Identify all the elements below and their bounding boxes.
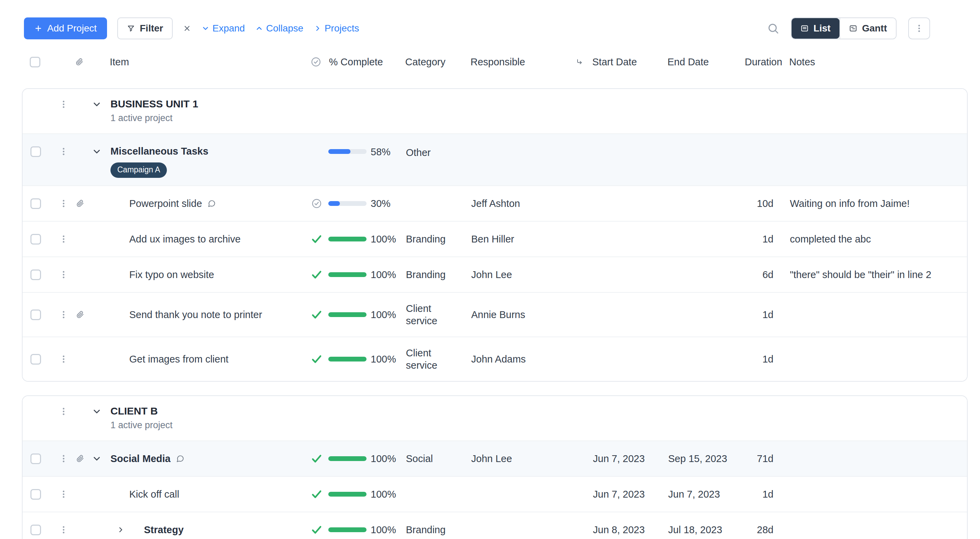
category-value: Other [402, 134, 464, 159]
duration-value: 1d [744, 234, 778, 245]
row-controls [22, 293, 107, 337]
duration-value: 71d [744, 453, 778, 464]
tag-badge: Campaign A [110, 162, 167, 178]
responsible-value: Ben Hiller [464, 234, 570, 245]
kebab-icon [914, 23, 924, 33]
list-view-label: List [813, 23, 830, 34]
start-date-value [590, 134, 665, 146]
collapse-project-chevron-down-icon[interactable] [92, 453, 102, 464]
duration-value [744, 134, 778, 146]
row-checkbox[interactable] [30, 146, 41, 157]
project-list-page: Add Project Filter Expand Collapse Proje… [0, 0, 980, 539]
kebab-menu-icon[interactable] [59, 453, 69, 464]
list-view-button[interactable]: List [792, 18, 840, 39]
kebab-menu-icon[interactable] [59, 198, 69, 208]
kebab-menu-icon[interactable] [59, 99, 69, 110]
progress-bar [327, 134, 368, 154]
attachment-icon[interactable] [76, 310, 84, 319]
close-icon [183, 24, 191, 32]
task-name[interactable]: Fix typo on website [129, 269, 214, 280]
responsible-value: Annie Burns [464, 309, 570, 320]
collapse-project-chevron-down-icon[interactable] [92, 146, 102, 157]
task-row: Add ux images to archive 100% Branding B… [22, 221, 967, 256]
group-name[interactable]: CLIENT B [110, 405, 967, 417]
select-all-checkbox[interactable] [30, 57, 40, 67]
responsible-value: John Lee [464, 453, 570, 464]
task-name[interactable]: Get images from client [129, 354, 228, 365]
row-checkbox[interactable] [30, 234, 41, 245]
attachment-icon[interactable] [76, 455, 84, 463]
kebab-menu-icon[interactable] [59, 310, 69, 320]
kebab-menu-icon[interactable] [59, 269, 69, 280]
task-row: Strategy 100% Branding Jun 8, 2023 Jul 1… [22, 512, 967, 539]
kebab-menu-icon[interactable] [59, 525, 69, 535]
projects-link[interactable]: Projects [313, 23, 359, 34]
group-title-block: CLIENT B 1 active project [107, 396, 967, 439]
complete-check-icon [311, 353, 323, 365]
kebab-menu-icon[interactable] [59, 354, 69, 364]
row-controls [22, 186, 107, 221]
clear-filter-button[interactable] [183, 24, 191, 32]
notes-value [778, 134, 967, 146]
project-name[interactable]: Miscellaneous Tasks [110, 146, 208, 157]
chevron-right-icon [313, 24, 322, 32]
task-name[interactable]: Kick off call [129, 489, 179, 500]
kebab-menu-icon[interactable] [59, 234, 69, 244]
row-checkbox[interactable] [30, 269, 41, 280]
attachment-column-icon [75, 58, 83, 66]
filter-button[interactable]: Filter [117, 17, 173, 39]
add-project-button[interactable]: Add Project [24, 17, 107, 39]
percent-complete-value: 100% [368, 269, 402, 280]
row-checkbox[interactable] [30, 525, 41, 535]
task-name[interactable]: Strategy [144, 524, 184, 536]
kebab-menu-icon[interactable] [59, 406, 69, 417]
more-options-button[interactable] [908, 17, 930, 39]
progress-bar-fill [328, 357, 367, 361]
row-checkbox[interactable] [30, 198, 41, 209]
kebab-menu-icon[interactable] [59, 146, 69, 157]
task-name[interactable]: Powerpoint slide [129, 198, 202, 209]
attachment-icon[interactable] [76, 199, 84, 208]
kebab-menu-icon[interactable] [59, 489, 69, 499]
filter-label: Filter [140, 23, 163, 34]
expand-link[interactable]: Expand [201, 23, 245, 34]
gantt-view-button[interactable]: Gantt [840, 18, 896, 39]
duration-value: 1d [744, 489, 778, 500]
search-icon [767, 22, 779, 35]
duration-value: 10d [744, 198, 778, 209]
complete-check-icon [311, 453, 323, 464]
row-controls [22, 512, 107, 539]
comment-icon[interactable] [208, 199, 216, 208]
project-row: Social Media 100% Social John Lee Jun 7,… [22, 440, 967, 476]
row-controls [22, 337, 107, 381]
task-row: Get images from client 100% Client servi… [22, 337, 967, 381]
progress-bar [327, 357, 368, 361]
collapse-group-chevron-down-icon[interactable] [92, 406, 102, 417]
group-name[interactable]: BUSINESS UNIT 1 [110, 98, 967, 110]
comment-icon[interactable] [176, 455, 184, 463]
responsible-value: Jeff Ashton [464, 198, 570, 209]
row-checkbox[interactable] [30, 489, 41, 500]
duration-value: 6d [744, 269, 778, 280]
project-name[interactable]: Social Media [110, 453, 171, 464]
row-controls [22, 396, 107, 440]
expand-label: Expand [212, 23, 245, 34]
row-checkbox[interactable] [30, 354, 41, 364]
task-row: Powerpoint slide 30% Jeff Ashton 10d Wai… [22, 185, 967, 221]
row-checkbox[interactable] [30, 310, 41, 320]
category-value: Client service [402, 302, 464, 327]
task-name[interactable]: Add ux images to archive [129, 234, 241, 245]
row-checkbox[interactable] [30, 453, 41, 464]
duration-value: 1d [744, 309, 778, 320]
projects-label: Projects [325, 23, 359, 34]
collapse-link[interactable]: Collapse [255, 23, 303, 34]
check-circle-icon[interactable] [311, 198, 322, 209]
task-name[interactable]: Send thank you note to printer [129, 309, 262, 320]
search-button[interactable] [767, 22, 779, 35]
row-controls [22, 477, 107, 512]
progress-bar [327, 527, 368, 532]
collapse-group-chevron-down-icon[interactable] [92, 99, 102, 110]
row-controls [22, 222, 107, 256]
expand-subtasks-chevron-right-icon[interactable] [116, 526, 125, 534]
end-date-value: Jul 18, 2023 [665, 524, 744, 536]
